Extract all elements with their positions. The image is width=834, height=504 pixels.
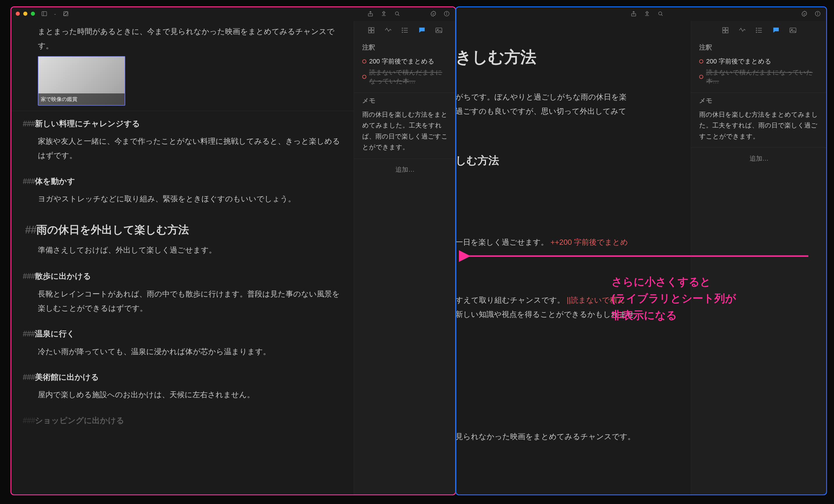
svg-point-18: [402, 32, 402, 32]
svg-point-22: [659, 12, 662, 15]
dashboard-icon[interactable]: [367, 26, 375, 35]
body-fragment: 見られなかった映画をまとめてみるチャンスです。: [456, 430, 682, 444]
activity-icon[interactable]: [738, 26, 746, 35]
memo-text: 雨の休日を楽しむ方法をまとめてみました。工夫をすれば、雨の日で楽しく過ごすことが…: [362, 109, 448, 153]
sidepanel-right: 注釈 200 字前後でまとめる 読まないで積んだままになっていた本… メモ 雨の…: [691, 21, 827, 495]
svg-point-26: [817, 12, 818, 13]
annotation-item[interactable]: 200 字前後でまとめる: [362, 56, 448, 67]
svg-rect-30: [726, 30, 728, 33]
divider: [10, 111, 354, 111]
lead-fragment: 過ごすのも良いですが、思い切って外出してみて: [456, 104, 682, 118]
paragraph: 長靴とレインコートがあれば、雨の中でも散歩に行けます。普段は見た事のない風景を楽…: [20, 287, 342, 316]
line-with-anno: 一日を楽しく過ごせます。 ++200 字前後でまとめ: [456, 235, 682, 249]
heading-3: ###ショッピングに出かける: [20, 413, 342, 428]
paragraph: 冷たい雨が降っていても、温泉に浸かれば体が芯から温まります。: [20, 345, 342, 359]
add-button[interactable]: 追加…: [354, 159, 456, 180]
share-icon[interactable]: [630, 9, 638, 18]
paragraph: 準備さえしておけば、外出して楽しく過ごせます。: [20, 243, 342, 257]
thumb-caption: 家で映像の鑑賞: [39, 93, 125, 105]
svg-line-5: [398, 15, 399, 16]
svg-rect-10: [372, 28, 374, 30]
editor-left[interactable]: まとまった時間があるときに、今まで見られなかった映画をまとめてみるチャンスです。…: [10, 21, 354, 495]
search-icon[interactable]: [656, 9, 664, 18]
add-button[interactable]: 追加…: [691, 148, 827, 169]
info-icon[interactable]: [443, 9, 451, 18]
paragraph: ヨガやストレッチなどに取り組み、緊張をときほぐすのもいいでしょう。: [20, 192, 342, 206]
annotations-label: 注釈: [699, 43, 819, 52]
memo-label: メモ: [362, 96, 448, 105]
image-thumb[interactable]: 家で映像の鑑賞: [38, 56, 125, 106]
ring-icon: [362, 75, 366, 79]
list-icon[interactable]: [755, 26, 763, 35]
svg-rect-9: [369, 28, 371, 30]
badge-check-icon[interactable]: [800, 9, 808, 18]
svg-line-23: [661, 15, 662, 16]
comment-icon[interactable]: [418, 26, 426, 35]
ring-icon: [699, 59, 703, 64]
side-tabs: [354, 21, 456, 40]
markdown-prefix: ###: [23, 416, 35, 425]
memo-section: メモ 雨の休日を楽しむ方法をまとめてみました。工夫をすれば、雨の日で楽しく過ごす…: [691, 93, 827, 148]
ring-icon: [699, 75, 703, 79]
export-icon[interactable]: [380, 9, 388, 18]
annotations-label: 注釈: [362, 43, 448, 52]
sidepanel-left: 注釈 200 字前後でまとめる 読まないで積んだままになっていた本… メモ 雨の…: [354, 21, 456, 495]
list-icon[interactable]: [401, 26, 409, 35]
window-right: きしむ方法 がちです。ぼんやりと過ごしがちな雨の休日を楽 過ごすのも良いですが、…: [456, 6, 827, 495]
editor-right[interactable]: きしむ方法 がちです。ぼんやりと過ごしがちな雨の休日を楽 過ごすのも良いですが、…: [456, 21, 691, 495]
window-left: ⌄ まとまった時間があるときに: [10, 6, 456, 495]
body-fragment: すえて取り組むチャンスです。 ||読まないで積ん: [456, 293, 682, 307]
titlebar-left: ⌄: [10, 6, 456, 21]
traffic-lights: [16, 12, 35, 16]
markdown-prefix: ##: [25, 224, 37, 236]
heading-2-fragment: しむ方法: [456, 151, 682, 171]
share-icon[interactable]: [366, 9, 374, 18]
svg-rect-12: [372, 30, 374, 33]
info-icon[interactable]: [814, 9, 822, 18]
ring-icon: [362, 59, 366, 64]
markdown-prefix: ###: [23, 373, 35, 382]
svg-rect-28: [726, 28, 728, 30]
zoom-dot[interactable]: [31, 12, 35, 16]
markdown-prefix: ###: [23, 272, 35, 280]
markdown-prefix: ###: [23, 329, 35, 338]
svg-point-34: [756, 28, 756, 28]
svg-point-4: [395, 12, 399, 15]
close-dot[interactable]: [16, 12, 20, 16]
activity-icon[interactable]: [384, 26, 392, 35]
heading-3: ###新しい料理にチャレンジする: [20, 116, 342, 131]
badge-check-icon[interactable]: [429, 9, 437, 18]
heading-3: ###体を動かす: [20, 174, 342, 189]
image-icon[interactable]: [789, 26, 797, 35]
lead-fragment: がちです。ぼんやりと過ごしがちな雨の休日を楽: [456, 90, 682, 104]
chevron-down-icon[interactable]: ⌄: [53, 12, 57, 16]
export-icon[interactable]: [643, 9, 651, 18]
compose-icon[interactable]: [62, 9, 70, 18]
svg-point-35: [756, 30, 756, 30]
heading-2: ##雨の休日を外出して楽しむ方法: [20, 220, 342, 240]
dashboard-icon[interactable]: [721, 26, 729, 35]
memo-text: 雨の休日を楽しむ方法をまとめてみました。工夫をすれば、雨の日で楽しく過ごすことが…: [699, 109, 819, 142]
inline-annotation: ++200 字前後でまとめ: [550, 238, 628, 247]
svg-point-36: [756, 32, 756, 32]
annotation-item-done[interactable]: 読まないで積んだままになっていた本…: [362, 67, 448, 87]
comment-icon[interactable]: [772, 26, 780, 35]
image-icon[interactable]: [435, 26, 443, 35]
svg-rect-0: [42, 12, 47, 16]
sidebar-toggle-icon[interactable]: [40, 9, 48, 18]
search-icon[interactable]: [393, 9, 401, 18]
annotation-item-done[interactable]: 読まないで積んだままになっていた本…: [699, 67, 819, 87]
annotation-item[interactable]: 200 字前後でまとめる: [699, 56, 819, 67]
markdown-prefix: ###: [23, 119, 35, 128]
heading-3: ###散歩に出かける: [20, 269, 342, 284]
svg-point-16: [402, 28, 402, 28]
svg-rect-27: [722, 28, 725, 30]
svg-point-17: [402, 30, 402, 30]
memo-label: メモ: [699, 96, 819, 105]
body-fragment: 新しい知識や視点を得ることができるかもしれませ: [456, 307, 682, 322]
svg-rect-11: [369, 30, 371, 33]
svg-point-8: [446, 12, 447, 13]
titlebar-right: [456, 6, 827, 21]
minimize-dot[interactable]: [23, 12, 27, 16]
heading-1-fragment: きしむ方法: [456, 42, 682, 72]
